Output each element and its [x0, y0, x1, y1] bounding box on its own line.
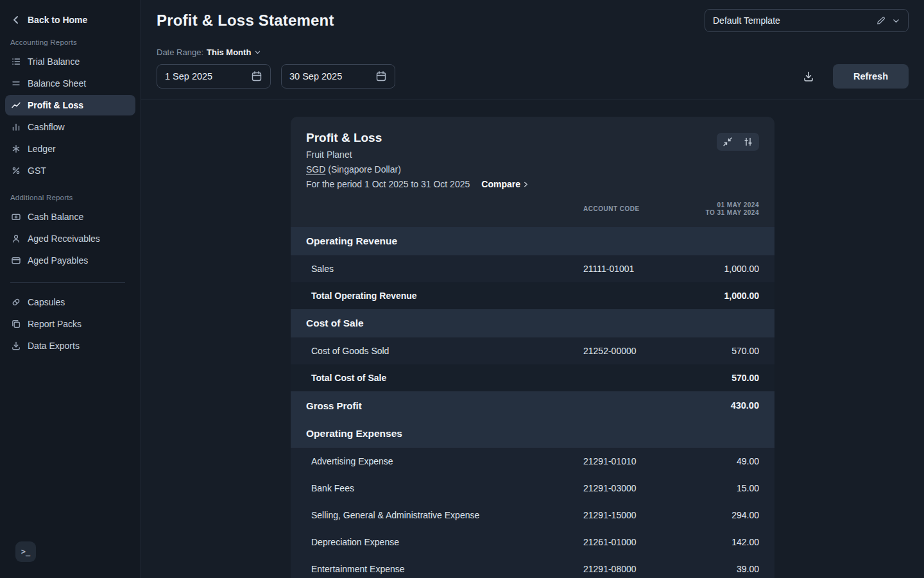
report-row[interactable]: Entertainment Expense21291-0800039.00 [291, 556, 774, 578]
trial-balance-icon [11, 56, 21, 67]
date-range-dropdown[interactable]: Date Range: This Month [157, 46, 909, 58]
sidebar-item-aged-payables[interactable]: Aged Payables [5, 250, 135, 271]
period-column-header: 01 MAY 2024 TO 31 MAY 2024 [655, 201, 759, 217]
sidebar-item-gst[interactable]: GST [5, 160, 135, 181]
sidebar-section-label: Accounting Reports [10, 38, 130, 46]
page-header: Profit & Loss Statement Default Template [141, 0, 924, 41]
row-account-code: 21111-01001 [583, 264, 655, 274]
sidebar-item-profit-loss[interactable]: Profit & Loss [5, 95, 135, 115]
sidebar-item-cash-balance[interactable]: Cash Balance [5, 207, 135, 227]
aged-receivables-icon [11, 234, 21, 244]
template-selector[interactable]: Default Template [705, 9, 909, 32]
report-packs-icon [11, 319, 21, 329]
report-period-row: For the period 1 Oct 2025 to 31 Oct 2025… [306, 179, 529, 190]
page-title: Profit & Loss Statement [157, 12, 334, 30]
row-amount: 142.00 [655, 537, 759, 547]
sidebar-item-trial-balance[interactable]: Trial Balance [5, 51, 135, 72]
row-label: Total Cost of Sale [306, 373, 583, 383]
row-label: Cost of Sale [306, 318, 583, 329]
report-section-header: Cost of Sale [291, 309, 774, 337]
report-row[interactable]: Cost of Goods Sold21252-00000570.00 [291, 337, 774, 364]
report-section-header: Operating Expenses [291, 420, 774, 448]
content-area: Profit & Loss Fruit Planet SGD (Singapor… [141, 99, 924, 578]
sidebar-item-label: GST [28, 166, 46, 176]
end-date-input[interactable]: 30 Sep 2025 [281, 64, 395, 89]
compare-label: Compare [481, 179, 520, 190]
report-card: Profit & Loss Fruit Planet SGD (Singapor… [291, 117, 774, 578]
row-amount: 1,000.00 [655, 291, 759, 301]
download-button[interactable] [797, 65, 820, 88]
report-currency: SGD (Singapore Dollar) [306, 164, 529, 175]
data-exports-icon [11, 341, 21, 351]
report-company: Fruit Planet [306, 149, 529, 160]
date-range-label: Date Range: [157, 47, 203, 57]
row-label: Sales [306, 264, 583, 274]
start-date-value: 1 Sep 2025 [165, 71, 212, 81]
template-selector-value: Default Template [713, 15, 870, 26]
back-to-home-button[interactable]: Back to Home [0, 0, 141, 26]
report-row[interactable]: Sales21111-010011,000.00 [291, 255, 774, 282]
chevron-down-icon [892, 17, 900, 25]
chevron-left-icon [10, 14, 22, 26]
end-date-value: 30 Sep 2025 [289, 71, 342, 81]
row-label: Entertainment Expense [306, 564, 583, 574]
filter-row: 1 Sep 2025 30 Sep 2025 [157, 64, 909, 89]
aged-payables-icon [11, 255, 21, 266]
row-amount: 39.00 [655, 564, 759, 574]
cash-balance-icon [11, 212, 21, 222]
cashflow-icon [11, 122, 21, 132]
sidebar-item-report-packs[interactable]: Report Packs [5, 314, 135, 334]
terminal-button[interactable]: >_ [15, 541, 36, 562]
sidebar-section-label: Additional Reports [10, 194, 130, 201]
row-account-code: 21291-03000 [583, 483, 655, 493]
sidebar: Back to Home Accounting ReportsTrial Bal… [0, 0, 141, 578]
balance-sheet-icon [11, 78, 21, 89]
report-header: Profit & Loss Fruit Planet SGD (Singapor… [291, 117, 774, 194]
collapse-button[interactable] [718, 134, 737, 149]
sidebar-nav: Accounting ReportsTrial BalanceBalance S… [0, 38, 141, 356]
sidebar-item-ledger[interactable]: Ledger [5, 139, 135, 159]
collapse-icon [723, 137, 733, 147]
report-row[interactable]: Selling, General & Administrative Expens… [291, 502, 774, 529]
row-account-code: 21291-01010 [583, 456, 655, 466]
sidebar-item-cashflow[interactable]: Cashflow [5, 117, 135, 137]
profit-loss-icon [11, 100, 21, 110]
report-row[interactable]: Depreciation Expense21261-01000142.00 [291, 529, 774, 556]
date-range-value: This Month [207, 47, 251, 57]
start-date-input[interactable]: 1 Sep 2025 [157, 64, 271, 89]
row-label: Selling, General & Administrative Expens… [306, 510, 583, 520]
sidebar-item-balance-sheet[interactable]: Balance Sheet [5, 73, 135, 94]
sidebar-item-label: Cashflow [28, 122, 65, 132]
sidebar-item-capsules[interactable]: Capsules [5, 292, 135, 312]
calendar-icon [375, 71, 387, 82]
report-column-headers: ACCOUNT CODE 01 MAY 2024 TO 31 MAY 2024 [291, 201, 774, 217]
currency-code-link[interactable]: SGD [306, 164, 325, 174]
row-amount: 1,000.00 [655, 264, 759, 274]
sidebar-item-label: Ledger [28, 144, 56, 154]
sidebar-divider [10, 282, 125, 283]
compare-link[interactable]: Compare [481, 179, 529, 190]
sidebar-item-aged-receivables[interactable]: Aged Receivables [5, 228, 135, 249]
sidebar-item-label: Aged Receivables [28, 234, 100, 244]
report-period: For the period 1 Oct 2025 to 31 Oct 2025 [306, 179, 470, 190]
report-row: Gross Profit430.00 [291, 391, 774, 420]
back-to-home-label: Back to Home [28, 15, 87, 25]
row-label: Depreciation Expense [306, 537, 583, 547]
sidebar-item-data-exports[interactable]: Data Exports [5, 336, 135, 356]
report-row[interactable]: Advertising Expense21291-0101049.00 [291, 448, 774, 475]
capsules-icon [11, 297, 21, 307]
sidebar-item-label: Data Exports [28, 341, 80, 351]
filter-settings-button[interactable] [739, 134, 758, 149]
refresh-button[interactable]: Refresh [833, 64, 909, 89]
sidebar-item-label: Profit & Loss [28, 100, 83, 110]
sidebar-item-label: Cash Balance [28, 212, 83, 222]
pencil-icon[interactable] [877, 16, 886, 25]
download-icon [802, 70, 815, 83]
gst-icon [11, 166, 21, 176]
sidebar-item-label: Trial Balance [28, 56, 80, 67]
row-amount: 430.00 [655, 400, 759, 411]
row-amount: 570.00 [655, 346, 759, 356]
row-amount: 570.00 [655, 373, 759, 383]
report-row[interactable]: Bank Fees21291-0300015.00 [291, 475, 774, 502]
row-account-code: 21261-01000 [583, 537, 655, 547]
